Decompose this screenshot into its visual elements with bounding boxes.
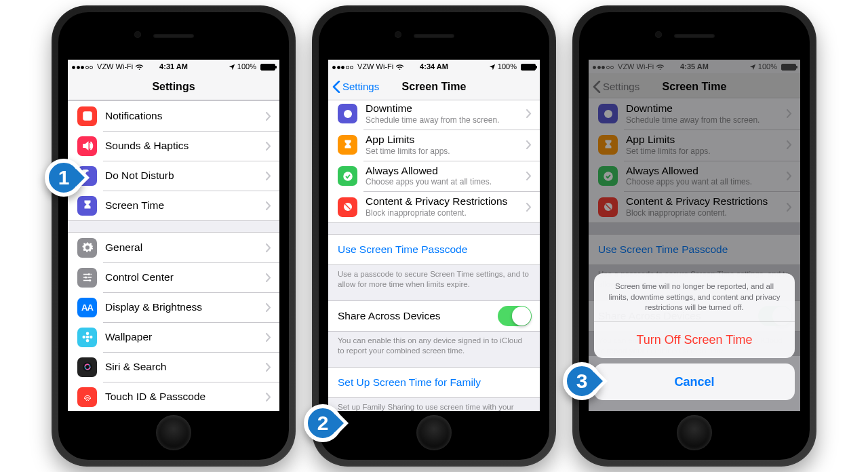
- row-label: Siri & Search: [105, 361, 262, 373]
- share-toggle[interactable]: [498, 306, 532, 326]
- phone-3-slot: 3 VZW Wi-Fi 4:35 AM 100%: [572, 5, 816, 467]
- svg-point-1: [87, 273, 90, 275]
- sheet-cancel-button[interactable]: Cancel: [594, 363, 795, 400]
- features-group: DowntimeSchedule time away from the scre…: [328, 98, 540, 223]
- row-downtime[interactable]: DowntimeSchedule time away from the scre…: [328, 98, 540, 130]
- page-title: Settings: [152, 81, 195, 93]
- sounds-icon: [77, 136, 97, 156]
- callout-1-label: 1: [58, 166, 70, 189]
- passcode-group: Use Screen Time Passcode: [328, 234, 540, 265]
- home-button[interactable]: [677, 415, 712, 450]
- status-time: 4:31 AM: [68, 62, 279, 71]
- callout-1: 1: [45, 159, 83, 197]
- use-passcode-label: Use Screen Time Passcode: [338, 243, 532, 256]
- use-passcode-row[interactable]: Use Screen Time Passcode: [328, 235, 540, 264]
- row-control-center[interactable]: Control Center: [68, 262, 279, 292]
- share-group: Share Across Devices: [328, 300, 540, 332]
- share-label: Share Across Devices: [338, 310, 498, 322]
- row-wallpaper[interactable]: Wallpaper: [68, 322, 279, 352]
- row-label: Downtime: [366, 102, 522, 115]
- sheet-cancel-label: Cancel: [674, 375, 714, 389]
- aa-icon: AA: [77, 298, 97, 317]
- check-icon: [338, 166, 357, 186]
- row-touch-id-passcode[interactable]: Touch ID & Passcode: [68, 382, 279, 411]
- hourglass-icon: [77, 196, 97, 216]
- row-label: Always Allowed: [366, 165, 522, 177]
- row-label: Wallpaper: [105, 331, 262, 343]
- family-row[interactable]: Set Up Screen Time for Family: [328, 368, 540, 397]
- page-title: Screen Time: [402, 81, 467, 93]
- share-row[interactable]: Share Across Devices: [328, 301, 540, 331]
- chevron-right-icon: [266, 201, 271, 210]
- row-content-privacy-restrictions[interactable]: Content & Privacy RestrictionsBlock inap…: [328, 191, 540, 222]
- chevron-right-icon: [266, 273, 271, 282]
- action-sheet: Screen time will no longer be reported, …: [594, 273, 795, 406]
- notifications-icon: [77, 106, 97, 126]
- passcode-footer: Use a passcode to secure Screen Time set…: [328, 265, 540, 290]
- row-app-limits[interactable]: App LimitsSet time limits for apps.: [328, 130, 540, 161]
- screen-1: VZW Wi-Fi 4:31 AM 100% Settings: [68, 60, 279, 411]
- chevron-right-icon: [526, 140, 532, 149]
- row-sublabel: Set time limits for apps.: [366, 146, 522, 157]
- flower-icon: [77, 328, 97, 347]
- home-button[interactable]: [156, 415, 191, 450]
- callout-2: 2: [304, 404, 342, 442]
- row-general[interactable]: General: [68, 233, 279, 262]
- back-label: Settings: [342, 81, 379, 92]
- gear-icon: [77, 238, 97, 258]
- settings-list[interactable]: NotificationsSounds & HapticsDo Not Dist…: [68, 100, 279, 411]
- row-label: Sounds & Haptics: [105, 140, 262, 152]
- phone-1-slot: 1 VZW Wi-Fi 4:31 AM 100%: [52, 5, 296, 467]
- row-label: Content & Privacy Restrictions: [366, 195, 522, 208]
- stage: 1 VZW Wi-Fi 4:31 AM 100%: [0, 0, 868, 472]
- row-screen-time[interactable]: Screen Time: [68, 191, 279, 220]
- home-button[interactable]: [416, 415, 452, 450]
- row-always-allowed[interactable]: Always AllowedChoose apps you want at al…: [328, 161, 540, 192]
- row-label: Display & Brightness: [105, 301, 262, 313]
- control-icon: [77, 268, 97, 288]
- svg-rect-0: [83, 111, 92, 121]
- chevron-right-icon: [526, 203, 532, 212]
- screen-3: VZW Wi-Fi 4:35 AM 100% Set: [589, 60, 800, 411]
- share-footer: You can enable this on any device signed…: [328, 332, 540, 356]
- row-notifications[interactable]: Notifications: [68, 101, 279, 131]
- back-button[interactable]: Settings: [332, 73, 379, 100]
- family-label: Set Up Screen Time for Family: [338, 376, 532, 389]
- svg-point-3: [89, 279, 91, 281]
- finger-icon: [77, 387, 97, 407]
- sheet-turn-off-button[interactable]: Turn Off Screen Time: [594, 321, 795, 358]
- callout-3: 3: [563, 362, 601, 400]
- chevron-right-icon: [526, 109, 532, 118]
- chevron-right-icon: [266, 172, 271, 180]
- siri-icon: [77, 357, 97, 377]
- sheet-message: Screen time will no longer be reported, …: [594, 273, 795, 321]
- hourglass-icon: [338, 135, 357, 155]
- row-siri-search[interactable]: Siri & Search: [68, 352, 279, 382]
- chevron-right-icon: [526, 172, 532, 180]
- svg-point-7: [82, 336, 85, 339]
- chevron-right-icon: [266, 303, 271, 312]
- svg-point-2: [85, 277, 87, 279]
- navbar: Settings: [68, 73, 279, 100]
- row-sounds-haptics[interactable]: Sounds & Haptics: [68, 131, 279, 161]
- row-sublabel: Schedule time away from the screen.: [366, 115, 522, 125]
- svg-point-4: [85, 336, 89, 339]
- status-bar: VZW Wi-Fi 4:34 AM 100%: [328, 60, 540, 73]
- row-label: General: [105, 241, 262, 254]
- svg-point-5: [85, 332, 89, 336]
- battery-icon: [521, 64, 536, 71]
- row-label: Do Not Disturb: [105, 170, 262, 182]
- row-label: Notifications: [105, 110, 262, 122]
- callout-3-label: 3: [576, 370, 588, 393]
- screen-time-list[interactable]: DowntimeSchedule time away from the scre…: [328, 98, 540, 411]
- chevron-right-icon: [266, 333, 271, 342]
- svg-point-9: [83, 362, 92, 372]
- sheet-turn-off-label: Turn Off Screen Time: [636, 333, 752, 347]
- chevron-left-icon: [332, 81, 340, 93]
- status-bar: VZW Wi-Fi 4:31 AM 100%: [68, 60, 279, 73]
- chevron-right-icon: [266, 393, 271, 401]
- row-display-brightness[interactable]: AADisplay & Brightness: [68, 292, 279, 322]
- chevron-right-icon: [266, 363, 271, 372]
- navbar: Settings Screen Time: [328, 73, 540, 100]
- family-group: Set Up Screen Time for Family: [328, 367, 540, 398]
